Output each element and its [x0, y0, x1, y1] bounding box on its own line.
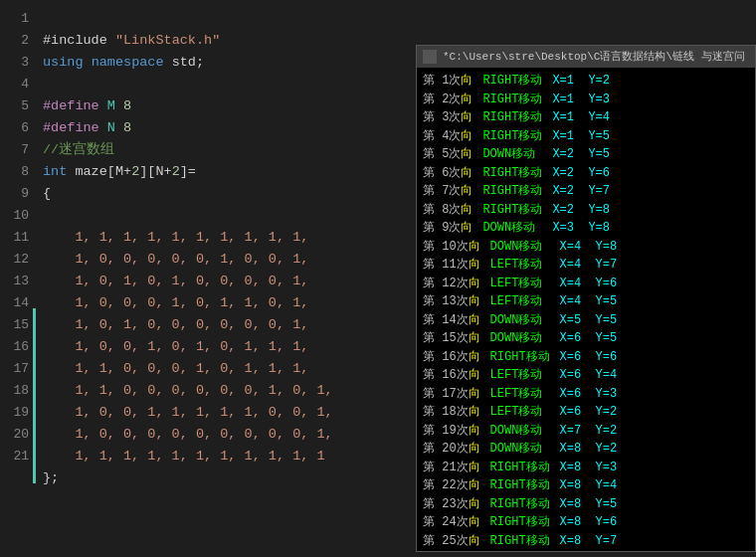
line-numbers: 1 2 3 4 5 6 7 8 9 10 11 12 13 14 15 16 1…	[0, 0, 35, 557]
code-editor: 1 2 3 4 5 6 7 8 9 10 11 12 13 14 15 16 1…	[0, 0, 418, 557]
terminal-row: 第 26次向RIGHT移动 X=8 Y=8	[423, 550, 749, 551]
terminal-row: 第 2次向RIGHT移动 X=1 Y=3	[423, 91, 749, 109]
terminal-row: 第 8次向RIGHT移动 X=2 Y=8	[423, 201, 749, 220]
terminal-app-icon	[423, 50, 437, 64]
terminal-titlebar: *C:\Users\stre\Desktop\C语言数据结构\链线 与迷宫问	[417, 46, 755, 68]
terminal-row: 第 1次向RIGHT移动 X=1 Y=2	[423, 72, 749, 91]
code-lines: #include "LinkStack.h" using namespace s…	[35, 0, 418, 557]
terminal-row: 第 14次向DOWN移动 X=5 Y=5	[423, 311, 749, 330]
terminal-row: 第 7次向RIGHT移动 X=2 Y=7	[423, 182, 749, 201]
terminal-row: 第 11次向LEFT移动 X=4 Y=7	[423, 256, 749, 275]
terminal-row: 第 19次向DOWN移动 X=7 Y=2	[423, 422, 749, 441]
terminal-row: 第 6次向RIGHT移动 X=2 Y=6	[423, 164, 749, 183]
terminal-row: 第 13次向LEFT移动 X=4 Y=5	[423, 292, 749, 311]
terminal-row: 第 22次向RIGHT移动 X=8 Y=4	[423, 476, 749, 495]
terminal-row: 第 20次向DOWN移动 X=8 Y=2	[423, 440, 749, 459]
terminal-row: 第 23次向RIGHT移动 X=8 Y=5	[423, 495, 749, 514]
terminal-row: 第 21次向RIGHT移动 X=8 Y=3	[423, 459, 749, 477]
terminal-row: 第 24次向RIGHT移动 X=8 Y=6	[423, 513, 749, 532]
terminal-row: 第 5次向DOWN移动 X=2 Y=5	[423, 145, 749, 164]
terminal-body: 第 1次向RIGHT移动 X=1 Y=2第 2次向RIGHT移动 X=1 Y=3…	[417, 68, 755, 551]
terminal-row: 第 16次向LEFT移动 X=6 Y=4	[423, 366, 749, 385]
terminal-title: *C:\Users\stre\Desktop\C语言数据结构\链线 与迷宫问	[443, 48, 745, 67]
terminal-row: 第 10次向DOWN移动 X=4 Y=8	[423, 238, 749, 257]
terminal-row: 第 17次向LEFT移动 X=6 Y=3	[423, 385, 749, 404]
terminal-row: 第 12次向LEFT移动 X=4 Y=6	[423, 275, 749, 293]
terminal-row: 第 4次向RIGHT移动 X=1 Y=5	[423, 127, 749, 146]
terminal-row: 第 25次向RIGHT移动 X=8 Y=7	[423, 532, 749, 551]
terminal-row: 第 16次向RIGHT移动 X=6 Y=6	[423, 348, 749, 367]
terminal-row: 第 15次向DOWN移动 X=6 Y=5	[423, 329, 749, 348]
terminal-row: 第 18次向LEFT移动 X=6 Y=2	[423, 403, 749, 422]
terminal-window: *C:\Users\stre\Desktop\C语言数据结构\链线 与迷宫问 第…	[416, 45, 756, 552]
terminal-row: 第 3次向RIGHT移动 X=1 Y=4	[423, 108, 749, 127]
gutter-indicator	[33, 308, 36, 483]
terminal-row: 第 9次向DOWN移动 X=3 Y=8	[423, 219, 749, 238]
